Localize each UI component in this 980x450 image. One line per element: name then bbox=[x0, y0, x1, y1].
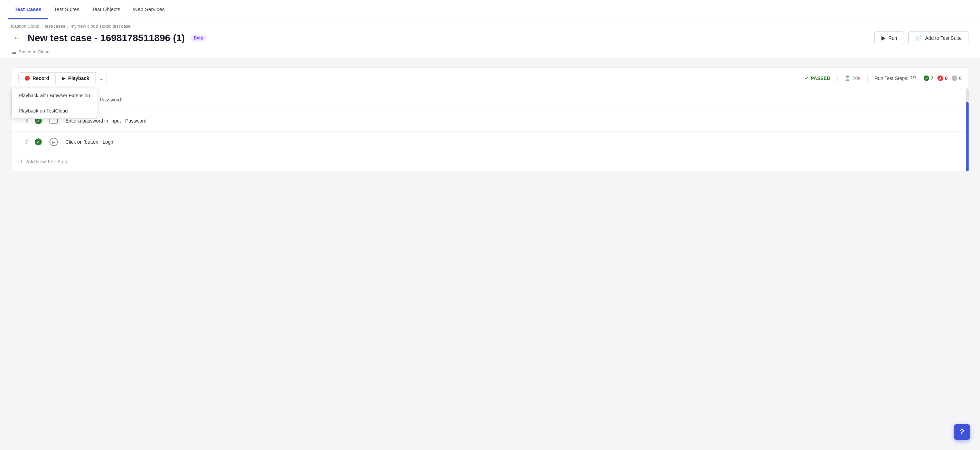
scroll-indicator bbox=[966, 88, 969, 171]
tab-web-services[interactable]: Web Services bbox=[127, 0, 171, 19]
breadcrumb-katalon-cloud[interactable]: Katalon Cloud bbox=[11, 24, 40, 29]
playback-dropdown-menu: Playback with Browser Extension Playback… bbox=[11, 88, 97, 119]
breadcrumb-sep-3: / bbox=[133, 24, 134, 29]
tab-test-objects[interactable]: Test Objects bbox=[86, 0, 127, 19]
divider-2 bbox=[867, 75, 868, 82]
step-description: Click on 'button - Login' bbox=[65, 139, 960, 145]
cloud-icon: ☁ bbox=[11, 48, 17, 55]
skipped-count-icon: ○ bbox=[951, 75, 957, 81]
skipped-count-value: 0 bbox=[959, 75, 962, 81]
toolbar-left: Record ▶ Playback ⌄ Playback with Browse… bbox=[18, 72, 107, 84]
title-row: ← New test case - 1698178511896 (1) Beta… bbox=[11, 32, 969, 48]
passed-count-icon: ✓ bbox=[924, 75, 929, 81]
title-left: ← New test case - 1698178511896 (1) Beta bbox=[11, 32, 207, 44]
top-navigation: Test Cases Test Suites Test Objects Web … bbox=[0, 0, 980, 19]
run-steps-label: Run Test Steps: 7/7 bbox=[875, 75, 917, 81]
breadcrumb-sep-2: / bbox=[67, 24, 69, 29]
failed-count: ✗ 0 bbox=[937, 75, 948, 81]
step-status-passed: ✓ bbox=[35, 139, 42, 145]
failed-count-icon: ✗ bbox=[937, 75, 943, 81]
divider-1 bbox=[837, 75, 838, 82]
time-label: 20s bbox=[853, 75, 860, 81]
toolbar-right: ✓ PASSED ⌛ 20s Run Test Steps: 7/7 ✓ 7 bbox=[805, 75, 962, 82]
play-circle-icon: ▶ bbox=[881, 35, 886, 41]
play-icon: ▶ bbox=[62, 76, 65, 81]
plus-icon: + bbox=[20, 158, 24, 165]
document-icon: 📄 bbox=[916, 35, 922, 41]
breadcrumb-test-cases[interactable]: test-cases bbox=[45, 24, 65, 29]
tab-test-suites[interactable]: Test Suites bbox=[48, 0, 86, 19]
add-step-label: Add New Test Step bbox=[26, 159, 67, 164]
beta-badge: Beta bbox=[191, 35, 207, 41]
step-number: 6 bbox=[20, 118, 28, 124]
checkmark-icon: ✓ bbox=[805, 75, 809, 81]
scroll-thumb[interactable] bbox=[966, 102, 969, 171]
skipped-count: ○ 0 bbox=[951, 75, 962, 81]
run-button-label: Run bbox=[888, 35, 897, 41]
time-badge: ⌛ 20s bbox=[845, 75, 860, 81]
click-icon: ▶ bbox=[49, 138, 58, 146]
table-row: 6 ✓ Enter a password in 'input - Passwor… bbox=[11, 110, 969, 132]
back-button[interactable]: ← bbox=[11, 32, 22, 44]
stat-group: ✓ 7 ✗ 0 ○ 0 bbox=[924, 75, 962, 81]
dropdown-item-testcloud[interactable]: Playback on TestCloud bbox=[12, 103, 97, 118]
dropdown-item-browser-extension[interactable]: Playback with Browser Extension bbox=[12, 88, 97, 103]
main-content: Record ▶ Playback ⌄ Playback with Browse… bbox=[0, 59, 980, 179]
tab-test-cases[interactable]: Test Cases bbox=[8, 0, 48, 19]
test-toolbar: Record ▶ Playback ⌄ Playback with Browse… bbox=[11, 67, 969, 89]
breadcrumb: Katalon Cloud / test-cases / my new clou… bbox=[11, 24, 969, 29]
failed-count-value: 0 bbox=[945, 75, 948, 81]
playback-button-label: Playback bbox=[68, 75, 89, 81]
table-row: 7 ✓ ▶ Click on 'button - Login' bbox=[11, 132, 969, 152]
saved-cloud-label: Saved to Cloud bbox=[19, 49, 49, 54]
test-panel: Record ▶ Playback ⌄ Playback with Browse… bbox=[11, 67, 969, 171]
passed-label: PASSED bbox=[811, 75, 830, 81]
page-header: Katalon Cloud / test-cases / my new clou… bbox=[0, 19, 980, 59]
input-icon bbox=[49, 118, 58, 124]
steps-list: 5 ✓ ▶ Click on 'input - Password' 6 ✓ En… bbox=[11, 89, 969, 152]
record-button-label: Record bbox=[32, 75, 49, 81]
chevron-down-icon: ⌄ bbox=[99, 76, 103, 81]
title-actions: ▶ Run 📄 Add to Test Suite bbox=[874, 32, 969, 44]
breadcrumb-test-case-name[interactable]: my new cloud studio test case bbox=[70, 24, 130, 29]
record-button[interactable]: Record bbox=[18, 72, 56, 84]
passed-count: ✓ 7 bbox=[924, 75, 934, 81]
add-test-step-row[interactable]: + Add New Test Step bbox=[11, 152, 969, 171]
passed-count-value: 7 bbox=[931, 75, 934, 81]
run-button[interactable]: ▶ Run bbox=[874, 32, 905, 44]
step-description: Click on 'input - Password' bbox=[65, 97, 960, 102]
playback-button[interactable]: ▶ Playback bbox=[56, 72, 96, 84]
breadcrumb-sep-1: / bbox=[41, 24, 43, 29]
playback-dropdown-button[interactable]: ⌄ bbox=[96, 73, 107, 84]
table-row: 5 ✓ ▶ Click on 'input - Password' bbox=[11, 89, 969, 110]
passed-badge: ✓ PASSED bbox=[805, 75, 830, 81]
hourglass-icon: ⌛ bbox=[845, 75, 850, 81]
add-to-test-suite-button[interactable]: 📄 Add to Test Suite bbox=[908, 32, 969, 44]
step-number: 7 bbox=[20, 139, 28, 145]
add-suite-button-label: Add to Test Suite bbox=[925, 35, 962, 41]
step-icon-click: ▶ bbox=[49, 137, 59, 147]
step-description: Enter a password in 'input - Password' bbox=[65, 118, 960, 124]
record-dot-icon bbox=[25, 76, 30, 81]
page-title: New test case - 1698178511896 (1) bbox=[28, 32, 185, 44]
saved-to-cloud-indicator: ☁ Saved to Cloud bbox=[11, 48, 969, 59]
